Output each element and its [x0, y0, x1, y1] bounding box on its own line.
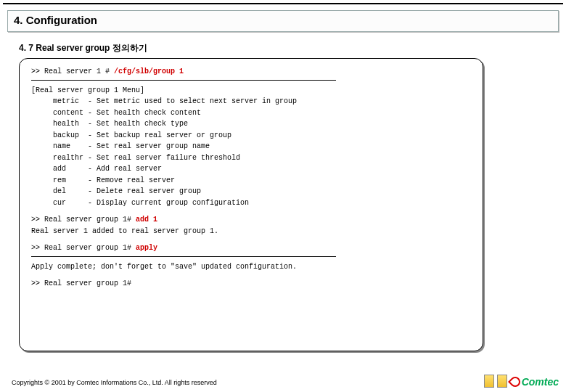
menu-desc: - Display current group configuration: [88, 199, 249, 207]
menu-item: realthr - Set real server failure thresh…: [31, 152, 471, 164]
menu-desc: - Set health check content: [88, 109, 201, 117]
separator: [31, 80, 336, 81]
menu-item: name - Set real server group name: [31, 141, 471, 152]
copyright-footer: Copyrights © 2001 by Comtec Informations…: [12, 379, 217, 386]
command-text: add 1: [136, 216, 157, 224]
output-line: Apply complete; don't forget to "save" u…: [31, 261, 471, 273]
prompt-line-1: >> Real server 1 # /cfg/slb/group 1: [31, 66, 471, 78]
menu-key: del: [53, 187, 66, 195]
menu-item: content - Set health check content: [31, 107, 471, 119]
menu-desc: - Remove real server: [88, 176, 175, 184]
menu-key: metric: [53, 97, 79, 105]
menu-desc: - Set health check type: [88, 120, 188, 128]
prompt-line-2: >> Real server group 1# add 1: [31, 214, 471, 226]
menu-item: backup - Set backup real server or group: [31, 130, 471, 142]
terminal-window: >> Real server 1 # /cfg/slb/group 1 [Rea…: [19, 58, 483, 351]
menu-item: add - Add real server: [31, 163, 471, 175]
cert-badge-icon: [497, 375, 507, 388]
separator: [31, 256, 336, 257]
section-subtitle: 4. 7 Real server group 정의하기: [19, 42, 147, 54]
prompt-line-3: >> Real server group 1# apply: [31, 242, 471, 254]
menu-header: [Real server group 1 Menu]: [31, 85, 471, 97]
top-rule: [3, 3, 563, 4]
footer-logos: Comtec: [484, 375, 559, 388]
menu-key: content: [53, 109, 83, 117]
menu-item: cur - Display current group configuratio…: [31, 197, 471, 209]
menu-key: realthr: [53, 154, 83, 162]
menu-key: rem: [53, 176, 66, 184]
cert-badge-icon: [484, 375, 494, 388]
menu-item: del - Delete real server group: [31, 186, 471, 197]
menu-item: health - Set health check type: [31, 118, 471, 130]
menu-desc: - Set metric used to select next server …: [88, 97, 297, 105]
menu-key: add: [53, 165, 66, 173]
menu-desc: - Set real server failure threshold: [88, 154, 240, 162]
section-title: 4. Configuration: [14, 14, 97, 26]
menu-item: metric - Set metric used to select next …: [31, 96, 471, 107]
menu-desc: - Add real server: [88, 165, 162, 173]
menu-key: cur: [53, 199, 66, 207]
command-text: /cfg/slb/group 1: [114, 68, 184, 75]
prompt-prefix: >> Real server 1 #: [31, 68, 114, 75]
logo-text: Comtec: [522, 376, 559, 388]
menu-key: backup: [53, 131, 79, 139]
swirl-icon: [508, 375, 522, 389]
output-line: Real server 1 added to real server group…: [31, 226, 471, 237]
menu-desc: - Set real server group name: [88, 142, 210, 150]
menu-item: rem - Remove real server: [31, 175, 471, 187]
menu-desc: - Delete real server group: [88, 187, 201, 195]
command-text: apply: [136, 244, 157, 252]
prompt-prefix: >> Real server group 1#: [31, 216, 136, 224]
menu-key: health: [53, 120, 79, 128]
menu-desc: - Set backup real server or group: [88, 131, 231, 139]
section-title-box: 4. Configuration: [7, 10, 559, 32]
prompt-line-4: >> Real server group 1#: [31, 278, 471, 290]
menu-key: name: [53, 142, 70, 150]
comtec-logo: Comtec: [510, 376, 559, 388]
prompt-prefix: >> Real server group 1#: [31, 244, 136, 252]
